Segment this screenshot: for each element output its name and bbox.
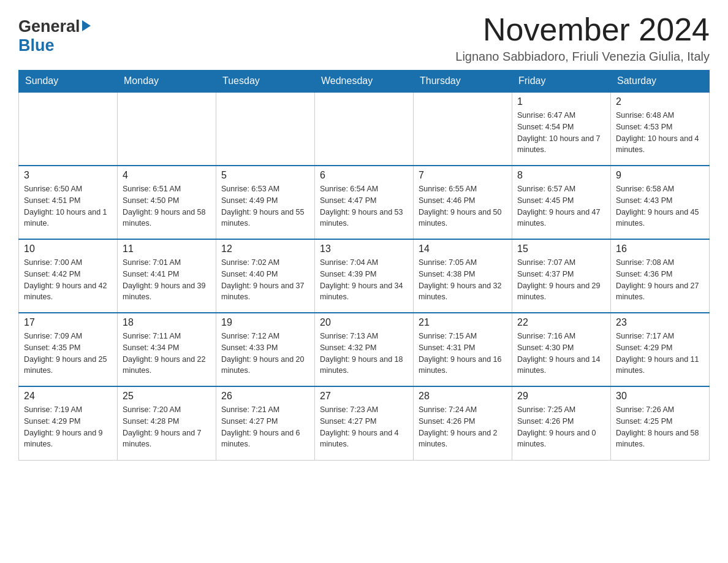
day-number: 13 (320, 243, 408, 255)
day-info: Sunrise: 7:25 AM Sunset: 4:26 PM Dayligh… (517, 404, 605, 450)
calendar-cell: 29Sunrise: 7:25 AM Sunset: 4:26 PM Dayli… (512, 386, 611, 460)
calendar-cell: 9Sunrise: 6:58 AM Sunset: 4:43 PM Daylig… (611, 166, 710, 239)
day-info: Sunrise: 7:19 AM Sunset: 4:29 PM Dayligh… (24, 404, 112, 450)
calendar-cell: 12Sunrise: 7:02 AM Sunset: 4:40 PM Dayli… (216, 239, 315, 313)
logo-triangle-icon (82, 20, 91, 34)
day-info: Sunrise: 7:05 AM Sunset: 4:38 PM Dayligh… (419, 257, 507, 303)
calendar-cell: 13Sunrise: 7:04 AM Sunset: 4:39 PM Dayli… (315, 239, 414, 313)
calendar-cell: 16Sunrise: 7:08 AM Sunset: 4:36 PM Dayli… (611, 239, 710, 313)
calendar-cell: 8Sunrise: 6:57 AM Sunset: 4:45 PM Daylig… (512, 166, 611, 239)
location-subtitle: Lignano Sabbiadoro, Friuli Venezia Giuli… (455, 50, 710, 64)
day-info: Sunrise: 7:24 AM Sunset: 4:26 PM Dayligh… (419, 404, 507, 450)
weekday-header-sunday: Sunday (19, 71, 118, 93)
weekday-header-wednesday: Wednesday (315, 71, 414, 93)
calendar-table: SundayMondayTuesdayWednesdayThursdayFrid… (18, 70, 710, 461)
week-row-1: 1Sunrise: 6:47 AM Sunset: 4:54 PM Daylig… (19, 92, 710, 166)
logo-general-text: General (18, 17, 80, 36)
calendar-cell: 4Sunrise: 6:51 AM Sunset: 4:50 PM Daylig… (118, 166, 216, 239)
calendar-cell (216, 92, 315, 166)
page-header: General Blue November 2024 Lignano Sabbi… (18, 12, 710, 64)
day-number: 20 (320, 317, 408, 328)
day-info: Sunrise: 7:23 AM Sunset: 4:27 PM Dayligh… (320, 404, 408, 450)
day-info: Sunrise: 7:26 AM Sunset: 4:25 PM Dayligh… (616, 404, 704, 450)
calendar-cell: 20Sunrise: 7:13 AM Sunset: 4:32 PM Dayli… (315, 313, 414, 386)
day-number: 7 (419, 170, 507, 181)
week-row-4: 17Sunrise: 7:09 AM Sunset: 4:35 PM Dayli… (19, 313, 710, 386)
calendar-cell: 23Sunrise: 7:17 AM Sunset: 4:29 PM Dayli… (611, 313, 710, 386)
day-info: Sunrise: 7:16 AM Sunset: 4:30 PM Dayligh… (517, 331, 605, 377)
calendar-cell: 6Sunrise: 6:54 AM Sunset: 4:47 PM Daylig… (315, 166, 414, 239)
calendar-cell: 26Sunrise: 7:21 AM Sunset: 4:27 PM Dayli… (216, 386, 315, 460)
day-info: Sunrise: 6:58 AM Sunset: 4:43 PM Dayligh… (616, 183, 704, 229)
week-row-2: 3Sunrise: 6:50 AM Sunset: 4:51 PM Daylig… (19, 166, 710, 239)
calendar-cell: 21Sunrise: 7:15 AM Sunset: 4:31 PM Dayli… (414, 313, 512, 386)
month-title: November 2024 (455, 12, 710, 47)
day-info: Sunrise: 7:13 AM Sunset: 4:32 PM Dayligh… (320, 331, 408, 377)
day-number: 30 (616, 391, 704, 402)
weekday-header-tuesday: Tuesday (216, 71, 315, 93)
calendar-cell: 1Sunrise: 6:47 AM Sunset: 4:54 PM Daylig… (512, 92, 611, 166)
day-number: 25 (123, 391, 211, 402)
calendar-cell: 24Sunrise: 7:19 AM Sunset: 4:29 PM Dayli… (19, 386, 118, 460)
calendar-cell: 19Sunrise: 7:12 AM Sunset: 4:33 PM Dayli… (216, 313, 315, 386)
weekday-header-saturday: Saturday (611, 71, 710, 93)
title-block: November 2024 Lignano Sabbiadoro, Friuli… (455, 12, 710, 64)
day-number: 10 (24, 243, 112, 255)
day-number: 1 (517, 96, 605, 107)
day-info: Sunrise: 7:15 AM Sunset: 4:31 PM Dayligh… (419, 331, 507, 377)
day-number: 21 (419, 317, 507, 328)
day-number: 4 (123, 170, 211, 181)
calendar-cell: 22Sunrise: 7:16 AM Sunset: 4:30 PM Dayli… (512, 313, 611, 386)
day-info: Sunrise: 7:11 AM Sunset: 4:34 PM Dayligh… (123, 331, 211, 377)
day-info: Sunrise: 7:21 AM Sunset: 4:27 PM Dayligh… (221, 404, 309, 450)
day-number: 3 (24, 170, 112, 181)
day-number: 9 (616, 170, 704, 181)
day-info: Sunrise: 6:47 AM Sunset: 4:54 PM Dayligh… (517, 110, 605, 156)
calendar-cell (118, 92, 216, 166)
calendar-cell (315, 92, 414, 166)
day-number: 16 (616, 243, 704, 255)
day-info: Sunrise: 7:00 AM Sunset: 4:42 PM Dayligh… (24, 257, 112, 303)
day-number: 28 (419, 391, 507, 402)
calendar-cell: 5Sunrise: 6:53 AM Sunset: 4:49 PM Daylig… (216, 166, 315, 239)
day-number: 5 (221, 170, 309, 181)
weekday-header-thursday: Thursday (414, 71, 512, 93)
day-number: 23 (616, 317, 704, 328)
calendar-cell: 30Sunrise: 7:26 AM Sunset: 4:25 PM Dayli… (611, 386, 710, 460)
week-row-3: 10Sunrise: 7:00 AM Sunset: 4:42 PM Dayli… (19, 239, 710, 313)
day-number: 24 (24, 391, 112, 402)
calendar-cell: 28Sunrise: 7:24 AM Sunset: 4:26 PM Dayli… (414, 386, 512, 460)
weekday-header-monday: Monday (118, 71, 216, 93)
calendar-cell (414, 92, 512, 166)
day-number: 8 (517, 170, 605, 181)
day-info: Sunrise: 7:07 AM Sunset: 4:37 PM Dayligh… (517, 257, 605, 303)
week-row-5: 24Sunrise: 7:19 AM Sunset: 4:29 PM Dayli… (19, 386, 710, 460)
day-number: 11 (123, 243, 211, 255)
day-info: Sunrise: 7:01 AM Sunset: 4:41 PM Dayligh… (123, 257, 211, 303)
day-number: 19 (221, 317, 309, 328)
day-number: 27 (320, 391, 408, 402)
day-number: 2 (616, 96, 704, 107)
calendar-cell: 18Sunrise: 7:11 AM Sunset: 4:34 PM Dayli… (118, 313, 216, 386)
day-info: Sunrise: 6:51 AM Sunset: 4:50 PM Dayligh… (123, 183, 211, 229)
day-info: Sunrise: 6:50 AM Sunset: 4:51 PM Dayligh… (24, 183, 112, 229)
svg-marker-0 (82, 20, 91, 31)
weekday-header-friday: Friday (512, 71, 611, 93)
logo-blue-text: Blue (18, 36, 55, 55)
calendar-cell: 11Sunrise: 7:01 AM Sunset: 4:41 PM Dayli… (118, 239, 216, 313)
day-info: Sunrise: 6:48 AM Sunset: 4:53 PM Dayligh… (616, 110, 704, 156)
day-info: Sunrise: 7:09 AM Sunset: 4:35 PM Dayligh… (24, 331, 112, 377)
day-info: Sunrise: 6:53 AM Sunset: 4:49 PM Dayligh… (221, 183, 309, 229)
day-number: 29 (517, 391, 605, 402)
day-number: 22 (517, 317, 605, 328)
calendar-cell: 3Sunrise: 6:50 AM Sunset: 4:51 PM Daylig… (19, 166, 118, 239)
day-info: Sunrise: 6:54 AM Sunset: 4:47 PM Dayligh… (320, 183, 408, 229)
day-number: 17 (24, 317, 112, 328)
calendar-cell: 10Sunrise: 7:00 AM Sunset: 4:42 PM Dayli… (19, 239, 118, 313)
calendar-cell (19, 92, 118, 166)
calendar-cell: 17Sunrise: 7:09 AM Sunset: 4:35 PM Dayli… (19, 313, 118, 386)
day-number: 18 (123, 317, 211, 328)
calendar-cell: 27Sunrise: 7:23 AM Sunset: 4:27 PM Dayli… (315, 386, 414, 460)
weekday-header-row: SundayMondayTuesdayWednesdayThursdayFrid… (19, 71, 710, 93)
logo: General Blue (18, 12, 91, 55)
